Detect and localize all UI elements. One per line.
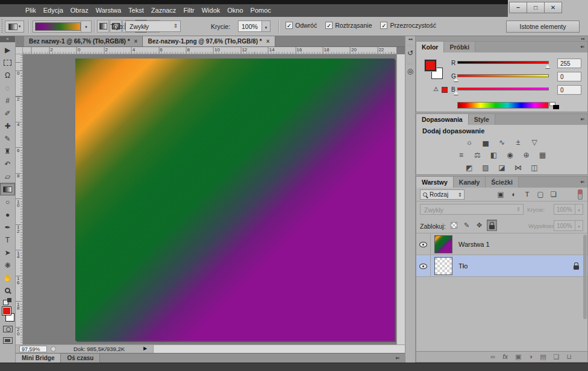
tab-close-icon[interactable]: × (134, 38, 138, 45)
checkbox-roztrząsanie[interactable]: ✓Roztrząsanie (325, 22, 372, 29)
pen-tool[interactable]: ✒ (0, 221, 15, 233)
invert-icon[interactable]: ◩ (464, 163, 475, 173)
layer-filter-dropdown[interactable]: Rodzaj ⇕ (420, 189, 464, 200)
color-lookup-icon[interactable]: ▦ (537, 150, 548, 160)
filter-adjustment-layers-icon[interactable]: ◐ (509, 189, 519, 199)
layer-style-icon[interactable]: fx (502, 354, 508, 360)
posterize-icon[interactable]: ▨ (480, 163, 491, 173)
bottom-tab-mini-bridge[interactable]: Mini Bridge (16, 354, 61, 363)
layer-fill-caret[interactable]: ▾ (575, 220, 583, 231)
gradient-map-icon[interactable]: ⋈ (513, 163, 524, 173)
new-adjustment-layer-icon[interactable]: ◑ (528, 354, 533, 360)
channel-value-g[interactable]: 0 (557, 72, 581, 81)
gamut-color-swatch[interactable] (442, 87, 448, 93)
black-white-icon[interactable]: ◧ (489, 150, 499, 160)
foreground-color-swatch[interactable] (2, 306, 11, 316)
blur-tool[interactable]: ○ (0, 195, 15, 208)
type-tool[interactable]: T (0, 233, 15, 246)
document-tab[interactable]: Bez-nazwy-1.png @ 97,6% (Tło,RGB/8) *× (143, 36, 275, 46)
checkbox-odwróć[interactable]: ✓Odwróć (286, 22, 317, 29)
custom-shape-tool[interactable]: ❋ (0, 259, 15, 271)
filter-shape-layers-icon[interactable]: ▢ (536, 189, 545, 199)
channel-value-b[interactable]: 0 (557, 85, 581, 95)
panel-tab-dopasowania[interactable]: Dopasowania (416, 114, 469, 125)
opacity-dropdown-button[interactable]: ▾ (261, 21, 271, 32)
chevron-down-icon[interactable]: ▾ (81, 21, 91, 32)
bottom-tab-oś-czasu[interactable]: Oś czasu (61, 354, 100, 363)
channel-slider-b[interactable] (457, 87, 549, 90)
preset-button[interactable]: Istotne elementy (506, 21, 580, 33)
channel-mixer-icon[interactable]: ⊕ (521, 150, 532, 160)
layer-thumbnail[interactable] (434, 235, 452, 253)
menu-item-widok[interactable]: Widok (198, 4, 224, 17)
gradient-preview[interactable] (35, 22, 81, 31)
eraser-tool[interactable]: ▱ (0, 170, 15, 183)
panel-tab-warstwy[interactable]: Warstwy (416, 177, 454, 188)
filter-pixel-layers-icon[interactable]: ▣ (496, 189, 505, 199)
filter-toggle[interactable] (578, 189, 583, 200)
channel-value-r[interactable]: 255 (557, 59, 581, 68)
vibrance-icon[interactable]: ▽ (529, 138, 540, 147)
layer-fill-input[interactable]: 100% (554, 220, 575, 231)
slider-thumb[interactable] (545, 65, 550, 68)
maximize-button[interactable]: □ (527, 2, 545, 13)
menu-item-warstwa[interactable]: Warstwa (92, 4, 125, 17)
menu-item-zaznacz[interactable]: Zaznacz (148, 4, 180, 17)
exposure-icon[interactable]: ± (513, 138, 524, 147)
lasso-tool[interactable]: Ω (0, 69, 15, 81)
properties-panel-icon[interactable]: ◎ (405, 66, 415, 77)
menu-item-tekst[interactable]: Tekst (125, 4, 148, 17)
channel-slider-r[interactable] (457, 61, 549, 64)
lock-move-icon[interactable]: ✥ (474, 220, 484, 231)
blend-mode-dropdown[interactable]: Zwykły ⇕ (125, 21, 181, 32)
threshold-icon[interactable]: ◪ (496, 163, 507, 173)
status-menu-arrow-icon[interactable]: ▶ (143, 346, 147, 351)
hand-tool[interactable]: ✋ (0, 271, 15, 284)
canvas[interactable] (75, 59, 395, 341)
quick-selection-tool[interactable]: ◌ (0, 81, 15, 94)
panel-menu-icon[interactable]: ▾≡ (580, 45, 584, 49)
history-brush-tool[interactable]: ↶ (0, 157, 15, 170)
channel-slider-g[interactable] (457, 74, 549, 77)
levels-icon[interactable]: ▅ (480, 138, 491, 147)
lock-transparency-icon[interactable] (449, 220, 459, 231)
slider-thumb[interactable] (454, 78, 458, 81)
dodge-tool[interactable]: ● (0, 208, 15, 221)
opacity-input[interactable]: 100% (238, 21, 262, 32)
tab-close-icon[interactable]: × (266, 38, 270, 45)
panel-menu-icon[interactable]: ▾≡ (580, 180, 584, 185)
screen-mode-button[interactable] (3, 337, 13, 344)
ruler-left[interactable]: 024681 01 21 41 61 82 0 (16, 54, 23, 344)
gradient-tool[interactable] (0, 183, 15, 195)
menu-item-okno[interactable]: Okno (224, 4, 246, 17)
collapse-dock-icon[interactable]: ▸▸ (416, 36, 588, 41)
panel-tab-próbki[interactable]: Próbki (444, 42, 475, 52)
layer-thumbnail[interactable] (434, 257, 452, 275)
clone-stamp-tool[interactable]: ♜ (0, 145, 15, 157)
photo-filter-icon[interactable]: ◉ (505, 150, 516, 160)
slider-thumb[interactable] (454, 91, 458, 95)
panel-foreground-swatch[interactable] (425, 60, 436, 71)
crop-tool[interactable]: # (0, 94, 15, 107)
document-tab[interactable]: Bez nazwy-1 @ 66,7% (Tło,RGB/8) *× (24, 36, 143, 46)
color-balance-icon[interactable]: ⚖ (472, 150, 483, 160)
gradient-picker[interactable]: ▾ (33, 21, 92, 33)
lock-paint-icon[interactable]: ✎ (461, 220, 472, 231)
swap-colors-icon[interactable] (3, 298, 11, 305)
layer-row[interactable]: Warstwa 1 (416, 233, 587, 255)
filter-smart-objects-icon[interactable]: ❏ (549, 189, 558, 199)
linear-gradient-button[interactable] (97, 20, 109, 33)
marquee-tool[interactable] (0, 56, 15, 69)
menu-item-obraz[interactable]: Obraz (67, 4, 92, 17)
layer-blend-mode-dropdown[interactable]: Zwykły ⇕ (420, 204, 524, 215)
options-bar-grip[interactable] (1, 19, 3, 34)
add-layer-mask-icon[interactable]: ▣ (515, 354, 521, 360)
layer-row[interactable]: Tło (416, 255, 587, 277)
tool-preset-picker[interactable]: ▾ (5, 21, 24, 33)
curves-icon[interactable]: ∿ (496, 138, 507, 147)
menu-item-edycja[interactable]: Edycja (40, 4, 67, 17)
eyedropper-tool[interactable]: ✐ (0, 107, 15, 119)
visibility-toggle[interactable] (416, 233, 431, 255)
gamut-warning-icon[interactable]: ⚠ (433, 86, 439, 92)
menu-item-pomoc[interactable]: Pomoc (247, 4, 275, 17)
